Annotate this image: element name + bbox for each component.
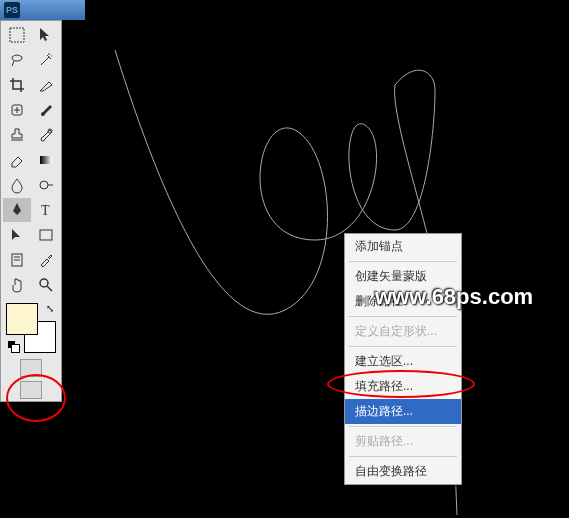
svg-rect-6 — [40, 230, 52, 240]
default-colors-icon[interactable] — [8, 341, 20, 353]
gradient-tool[interactable] — [32, 148, 60, 172]
brush-tool[interactable] — [32, 98, 60, 122]
notes-tool[interactable] — [3, 248, 31, 272]
blur-tool[interactable] — [3, 173, 31, 197]
context-menu: 添加锚点 创建矢量蒙版 删除路径 定义自定形状... 建立选区... 填充路径.… — [344, 233, 462, 485]
menu-make-selection[interactable]: 建立选区... — [345, 349, 461, 374]
slice-tool[interactable] — [32, 73, 60, 97]
eyedropper-tool[interactable] — [32, 248, 60, 272]
magic-wand-tool[interactable] — [32, 48, 60, 72]
menu-separator — [349, 261, 457, 262]
zoom-tool[interactable] — [32, 273, 60, 297]
menu-stroke-path[interactable]: 描边路径... — [345, 399, 461, 424]
hand-tool[interactable] — [3, 273, 31, 297]
pen-tool[interactable] — [3, 198, 31, 222]
foreground-color-swatch[interactable] — [6, 303, 38, 335]
type-tool[interactable]: T — [32, 198, 60, 222]
svg-point-8 — [40, 279, 48, 287]
path-select-tool[interactable] — [3, 223, 31, 247]
swap-colors-icon[interactable]: ⤡ — [46, 303, 54, 314]
dodge-tool[interactable] — [32, 173, 60, 197]
menu-separator — [349, 316, 457, 317]
titlebar: PS — [0, 0, 85, 20]
color-swatches: ⤡ — [6, 303, 56, 353]
screenmode-button[interactable] — [20, 381, 42, 399]
eraser-tool[interactable] — [3, 148, 31, 172]
svg-text:T: T — [41, 203, 50, 218]
marquee-tool[interactable] — [3, 23, 31, 47]
canvas[interactable] — [85, 0, 569, 518]
menu-fill-path[interactable]: 填充路径... — [345, 374, 461, 399]
menu-clip-path: 剪贴路径... — [345, 429, 461, 454]
svg-point-4 — [40, 181, 48, 189]
stamp-tool[interactable] — [3, 123, 31, 147]
app-logo: PS — [4, 2, 20, 18]
svg-rect-3 — [40, 156, 52, 164]
shape-tool[interactable] — [32, 223, 60, 247]
history-brush-tool[interactable] — [32, 123, 60, 147]
svg-rect-0 — [10, 28, 24, 42]
quickmask-button[interactable] — [20, 359, 42, 377]
move-tool[interactable] — [32, 23, 60, 47]
watermark-text: www.68ps.com — [375, 284, 533, 310]
menu-separator — [349, 426, 457, 427]
healing-tool[interactable] — [3, 98, 31, 122]
menu-separator — [349, 456, 457, 457]
vector-path — [85, 0, 565, 518]
lasso-tool[interactable] — [3, 48, 31, 72]
crop-tool[interactable] — [3, 73, 31, 97]
toolbox: T ⤡ — [0, 20, 62, 402]
menu-define-shape: 定义自定形状... — [345, 319, 461, 344]
menu-separator — [349, 346, 457, 347]
menu-add-anchor[interactable]: 添加锚点 — [345, 234, 461, 259]
menu-free-transform[interactable]: 自由变换路径 — [345, 459, 461, 484]
